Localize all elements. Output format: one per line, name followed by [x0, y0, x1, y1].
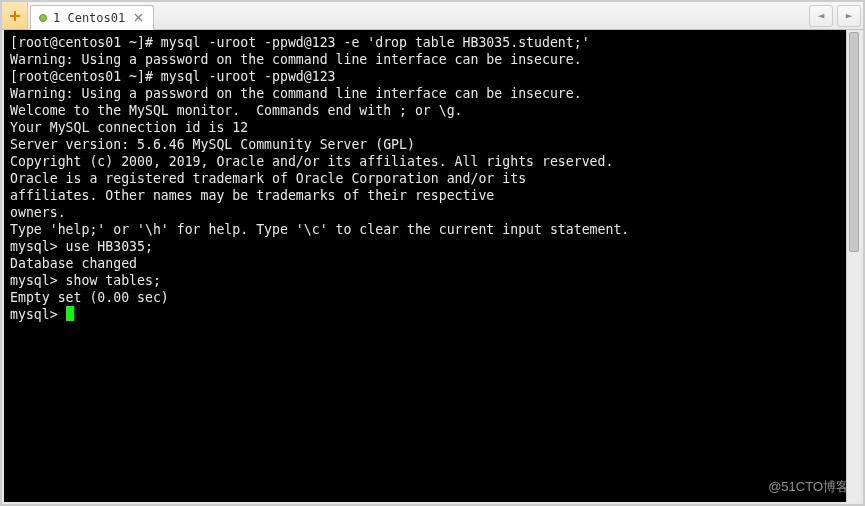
close-icon [134, 13, 143, 22]
terminal-line: owners. [10, 204, 855, 221]
cursor-block [66, 306, 74, 321]
svg-rect-1 [10, 15, 20, 17]
chevron-right-icon: ► [846, 9, 853, 22]
status-dot-icon [39, 14, 47, 22]
terminal-line: Type 'help;' or '\h' for help. Type '\c'… [10, 221, 855, 238]
chevron-left-icon: ◄ [818, 9, 825, 22]
terminal-line: Oracle is a registered trademark of Orac… [10, 170, 855, 187]
tab-centos01[interactable]: 1 Centos01 [30, 5, 154, 30]
terminal-line: affiliates. Other names may be trademark… [10, 187, 855, 204]
tab-close-button[interactable] [131, 11, 145, 25]
terminal-line: mysql> [10, 306, 855, 323]
terminal-line: Empty set (0.00 sec) [10, 289, 855, 306]
terminal-line: Your MySQL connection id is 12 [10, 119, 855, 136]
terminal-line: Warning: Using a password on the command… [10, 51, 855, 68]
vertical-scrollbar[interactable] [846, 30, 861, 502]
tab-prev-button[interactable]: ◄ [809, 5, 833, 27]
terminal-line: mysql> use HB3035; [10, 238, 855, 255]
terminal-output[interactable]: [root@centos01 ~]# mysql -uroot -ppwd@12… [4, 30, 861, 502]
terminal-line: Database changed [10, 255, 855, 272]
terminal-line: [root@centos01 ~]# mysql -uroot -ppwd@12… [10, 34, 855, 51]
terminal-line: Copyright (c) 2000, 2019, Oracle and/or … [10, 153, 855, 170]
tab-next-button[interactable]: ► [837, 5, 861, 27]
titlebar-right-controls: ◄ ► [807, 2, 863, 29]
terminal-line: [root@centos01 ~]# mysql -uroot -ppwd@12… [10, 68, 855, 85]
scrollbar-thumb[interactable] [849, 32, 859, 252]
new-tab-button[interactable] [2, 2, 28, 29]
app-window: 1 Centos01 ◄ ► [root@centos01 ~]# mysql … [0, 0, 865, 506]
tab-label: 1 Centos01 [53, 11, 125, 25]
terminal-line: Warning: Using a password on the command… [10, 85, 855, 102]
titlebar: 1 Centos01 ◄ ► [2, 2, 863, 30]
terminal-area: [root@centos01 ~]# mysql -uroot -ppwd@12… [4, 30, 861, 502]
plus-icon [8, 9, 22, 23]
terminal-line: mysql> show tables; [10, 272, 855, 289]
terminal-line: Server version: 5.6.46 MySQL Community S… [10, 136, 855, 153]
terminal-line: Welcome to the MySQL monitor. Commands e… [10, 102, 855, 119]
